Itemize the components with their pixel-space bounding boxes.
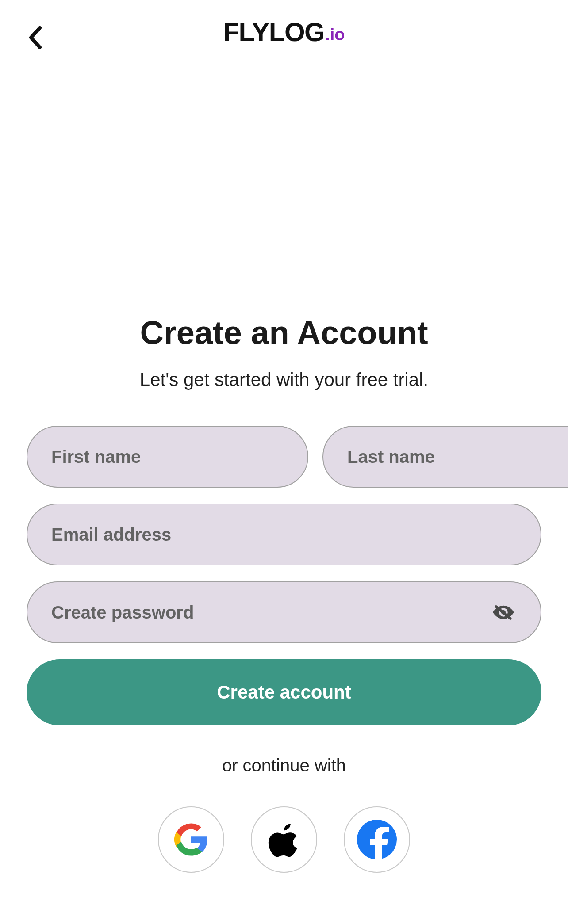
- eye-off-icon: [492, 601, 515, 624]
- logo-text-suffix: .io: [324, 26, 345, 46]
- toggle-password-visibility-button[interactable]: [490, 599, 517, 626]
- continue-with-google-button[interactable]: [158, 806, 224, 873]
- page-title: Create an Account: [27, 314, 541, 351]
- google-icon: [174, 822, 208, 857]
- app-logo: FLYLOG .io: [223, 19, 345, 46]
- first-name-input[interactable]: [51, 447, 284, 467]
- continue-with-apple-button[interactable]: [251, 806, 317, 873]
- logo-text-main: FLYLOG: [223, 19, 324, 46]
- last-name-field-wrap[interactable]: [322, 426, 568, 488]
- back-button[interactable]: [22, 22, 49, 53]
- email-input[interactable]: [51, 525, 517, 545]
- signup-form: Create account or continue with: [27, 426, 541, 873]
- social-login-row: [27, 806, 541, 873]
- chevron-left-icon: [28, 26, 42, 49]
- create-account-button[interactable]: Create account: [27, 659, 541, 725]
- email-field-wrap[interactable]: [27, 504, 541, 565]
- apple-icon: [266, 821, 302, 858]
- facebook-icon: [357, 820, 397, 859]
- password-field-wrap[interactable]: [27, 581, 541, 643]
- first-name-field-wrap[interactable]: [27, 426, 308, 488]
- continue-with-facebook-button[interactable]: [344, 806, 410, 873]
- page-subtitle: Let's get started with your free trial.: [27, 369, 541, 390]
- password-input[interactable]: [51, 603, 490, 622]
- last-name-input[interactable]: [347, 447, 568, 467]
- social-divider-text: or continue with: [27, 756, 541, 775]
